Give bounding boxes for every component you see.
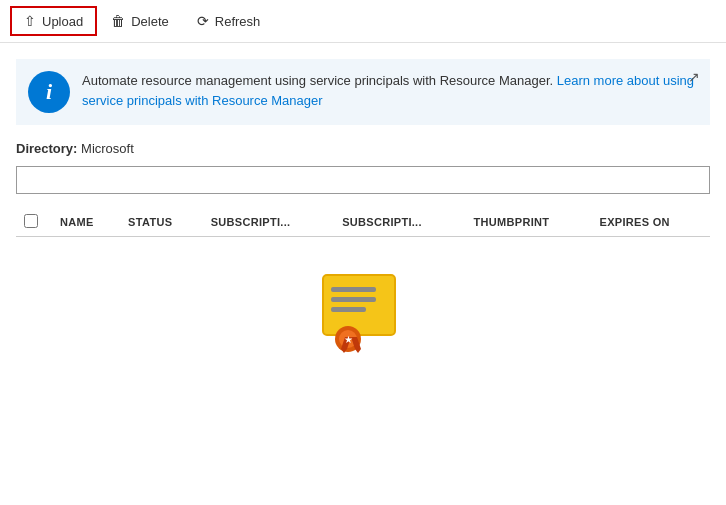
directory-label: Directory: [16,141,77,156]
certificates-table: NAME STATUS SUBSCRIPTI... SUBSCRIPTI... … [16,208,710,237]
svg-text:★: ★ [344,334,353,345]
page-wrapper: i Automate resource management using ser… [0,43,726,505]
table-header-row: NAME STATUS SUBSCRIPTI... SUBSCRIPTI... … [16,208,710,237]
col-checkbox [16,208,52,237]
table-wrap: NAME STATUS SUBSCRIPTI... SUBSCRIPTI... … [16,208,710,237]
certificate-icon: ★ [313,267,413,357]
info-banner-main-text: Automate resource management using servi… [82,73,557,88]
svg-rect-0 [323,275,395,335]
info-icon: i [46,79,52,105]
info-banner-text: Automate resource management using servi… [82,71,698,110]
upload-icon: ⇧ [24,13,36,29]
delete-label: Delete [131,14,169,29]
svg-rect-3 [331,307,366,312]
svg-rect-2 [331,297,376,302]
main-content: i Automate resource management using ser… [0,43,726,505]
col-expires-on: EXPIRES ON [592,208,711,237]
search-input[interactable] [16,166,710,194]
info-icon-wrap: i [28,71,70,113]
delete-icon: 🗑 [111,13,125,29]
refresh-button[interactable]: ⟳ Refresh [183,6,275,36]
col-subscription2: SUBSCRIPTI... [334,208,465,237]
refresh-label: Refresh [215,14,261,29]
delete-button[interactable]: 🗑 Delete [97,6,183,36]
toolbar: ⇧ Upload 🗑 Delete ⟳ Refresh [0,0,726,43]
col-name: NAME [52,208,120,237]
col-thumbprint: THUMBPRINT [466,208,592,237]
col-subscription1: SUBSCRIPTI... [203,208,334,237]
external-link-icon[interactable]: ↗ [688,69,700,85]
info-banner: i Automate resource management using ser… [16,59,710,125]
upload-button[interactable]: ⇧ Upload [10,6,97,36]
search-wrap [16,166,710,194]
col-status: STATUS [120,208,203,237]
directory-value: Microsoft [81,141,134,156]
svg-rect-1 [331,287,376,292]
empty-state: ★ [0,237,726,377]
upload-label: Upload [42,14,83,29]
refresh-icon: ⟳ [197,13,209,29]
directory-line: Directory: Microsoft [16,141,710,156]
select-all-checkbox[interactable] [24,214,38,228]
